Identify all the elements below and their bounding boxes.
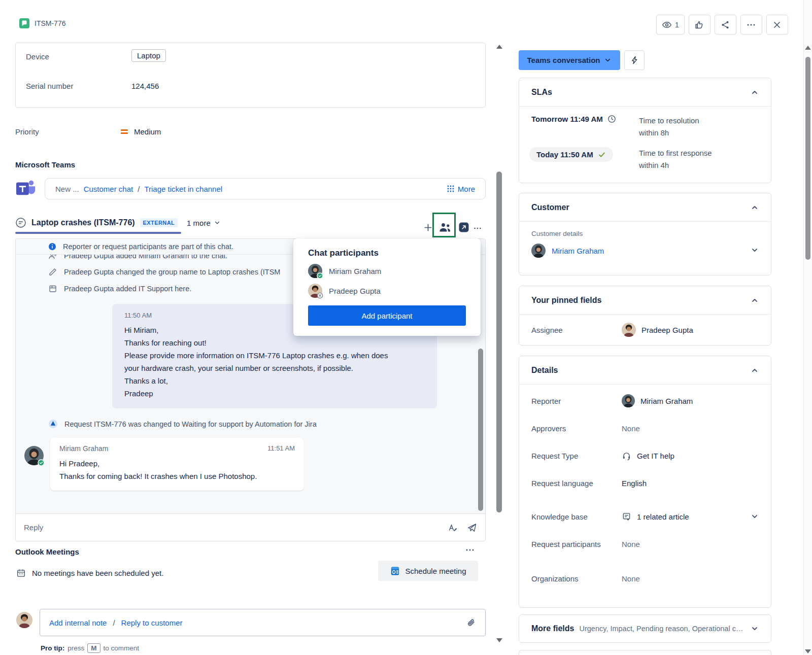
- sla-name: Time to first response: [639, 147, 712, 159]
- more-tabs-label: 1 more: [187, 219, 211, 227]
- message-line: Please provide more information on ITSM-…: [124, 349, 425, 362]
- request-type-value[interactable]: Get IT help: [622, 451, 674, 461]
- collapse-icon[interactable]: [751, 203, 759, 212]
- format-text-icon[interactable]: [448, 523, 458, 533]
- details-row-approvers: Approvers None: [531, 421, 759, 435]
- serial-value[interactable]: 124,456: [131, 82, 159, 90]
- message-line: Hi Pradeep,: [59, 457, 295, 470]
- collapse-icon[interactable]: [751, 88, 759, 96]
- issue-key[interactable]: ITSM-776: [35, 19, 65, 27]
- expand-customer-icon[interactable]: [751, 246, 759, 254]
- article-icon: [622, 512, 631, 522]
- teams-conversation-dropdown[interactable]: Teams conversation: [519, 50, 620, 70]
- priority-value[interactable]: Medium: [134, 127, 161, 136]
- request-participants-value[interactable]: None: [622, 540, 640, 548]
- online-status-icon: [38, 459, 45, 466]
- sla-due: Tomorrow 11:49 AM: [531, 115, 603, 123]
- device-value-chip[interactable]: Laptop: [131, 49, 166, 62]
- pro-tip-press: press: [67, 644, 84, 652]
- external-badge: EXTERNAL: [140, 218, 178, 227]
- window-scrollbar[interactable]: [803, 0, 812, 655]
- more-tabs-dropdown[interactable]: 1 more: [187, 219, 221, 227]
- chevron-down-icon: [604, 56, 612, 64]
- request-language-value[interactable]: English: [622, 479, 647, 488]
- thumbs-up-icon: [694, 20, 704, 30]
- like-button[interactable]: [689, 15, 710, 35]
- send-icon[interactable]: [467, 523, 477, 533]
- customer-chat-link[interactable]: Customer chat: [84, 185, 133, 193]
- collapse-icon[interactable]: [751, 296, 759, 304]
- chat-tab-title[interactable]: Laptop crashes (ITSM-776): [31, 218, 135, 227]
- automation-shortcut-button[interactable]: [624, 50, 645, 70]
- customer-name-link[interactable]: Miriam Graham: [552, 247, 604, 255]
- approvers-value[interactable]: None: [622, 424, 640, 433]
- panel-scrollbar[interactable]: [495, 43, 503, 644]
- automation-message-text: Request ITSM-776 was changed to Waiting …: [64, 420, 317, 428]
- add-chat-button[interactable]: [423, 222, 433, 233]
- knowledge-base-value[interactable]: 1 related article: [622, 512, 689, 522]
- collapse-icon[interactable]: [751, 366, 759, 374]
- chevron-down-icon: [214, 219, 221, 226]
- knowledge-base-count: 1 related article: [637, 512, 689, 521]
- issue-header: ITSM-776: [19, 18, 65, 28]
- add-internal-note-link[interactable]: Add internal note: [49, 618, 107, 627]
- active-tab-underline: [15, 232, 181, 234]
- schedule-meeting-label: Schedule meeting: [405, 567, 466, 575]
- watch-count: 1: [675, 21, 679, 29]
- reply-to-customer-link[interactable]: Reply to customer: [121, 618, 183, 627]
- teams-more-button[interactable]: More: [447, 185, 475, 193]
- watch-button[interactable]: 1: [656, 15, 685, 35]
- add-participant-button[interactable]: Add participant: [308, 305, 466, 326]
- organizations-value[interactable]: None: [622, 574, 640, 583]
- calendar-icon: [16, 568, 26, 578]
- scroll-down-arrow[interactable]: [496, 638, 502, 642]
- chat-banner-text: Reporter or request participants are par…: [63, 243, 233, 251]
- request-type-label: Request Type: [531, 452, 622, 460]
- expand-knowledge-icon[interactable]: [751, 512, 759, 521]
- scroll-down-arrow[interactable]: [805, 649, 811, 653]
- reporter-name: Miriam Graham: [640, 397, 693, 405]
- chat-title-row: Laptop crashes (ITSM-776) EXTERNAL 1 mor…: [15, 217, 221, 228]
- request-participants-label: Request participants: [531, 540, 622, 548]
- schedule-meeting-button[interactable]: Schedule meeting: [378, 561, 478, 581]
- reporter-value[interactable]: Miriam Graham: [622, 394, 693, 407]
- chat-more-button[interactable]: [473, 224, 482, 233]
- composer-separator: /: [113, 618, 115, 627]
- more-actions-button[interactable]: [740, 15, 762, 35]
- expand-more-fields-icon[interactable]: [751, 625, 759, 633]
- customer-title: Customer: [531, 203, 569, 212]
- assignee-value[interactable]: Pradeep Gupta: [622, 323, 693, 337]
- avatar-miriam: [24, 446, 44, 465]
- chat-scrollbar-thumb[interactable]: [478, 349, 483, 511]
- outlook-more-button[interactable]: [465, 545, 475, 555]
- outlook-empty-row: No meetings have been scheduled yet.: [16, 568, 163, 578]
- comment-composer[interactable]: Add internal note / Reply to customer: [40, 609, 486, 636]
- reply-input[interactable]: [24, 523, 438, 532]
- open-in-teams-button[interactable]: [458, 222, 469, 233]
- share-icon: [720, 20, 730, 30]
- slas-card: SLAs Tomorrow 11:49 AM Time to resolutio…: [519, 78, 771, 183]
- pro-tip: Pro tip: press M to comment: [41, 643, 139, 653]
- share-button[interactable]: [715, 15, 736, 35]
- chat-participants-popup: Chat participants Miriam Graham Pradeep …: [293, 238, 481, 336]
- window-scrollbar-thumb[interactable]: [805, 57, 810, 260]
- priority-medium-icon: [121, 128, 128, 135]
- check-icon: [598, 151, 606, 159]
- people-icon: [438, 221, 452, 233]
- system-message-text: Pradeep Gupta changed the group name to …: [64, 268, 280, 276]
- scroll-up-arrow[interactable]: [805, 46, 811, 50]
- paperclip-icon[interactable]: [466, 618, 476, 628]
- message-line: your hardware crash, your serial number …: [124, 362, 425, 374]
- close-button[interactable]: [766, 15, 788, 35]
- partial-next-card: [519, 650, 771, 655]
- slas-title: SLAs: [531, 88, 552, 97]
- teams-conversation-label: Teams conversation: [527, 56, 600, 64]
- chat-participants-button[interactable]: [438, 221, 452, 233]
- triage-ticket-link[interactable]: Triage ticket in channel: [144, 185, 222, 193]
- panel-scrollbar-thumb[interactable]: [496, 171, 502, 512]
- automation-system-message: Request ITSM-776 was changed to Waiting …: [48, 419, 317, 429]
- scroll-up-arrow[interactable]: [496, 45, 502, 49]
- customer-details-label: Customer details: [531, 230, 759, 237]
- more-fields-card[interactable]: More fields Urgency, Impact, Pending rea…: [519, 614, 771, 643]
- pencil-icon: [48, 267, 57, 277]
